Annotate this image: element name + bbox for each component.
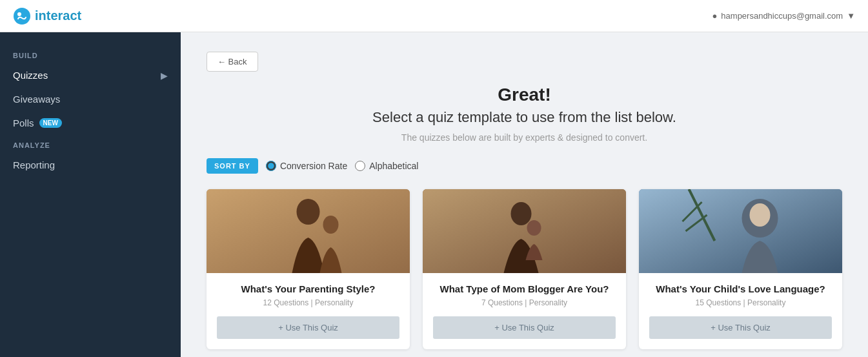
sort-alphabetical[interactable]: Alphabetical [355,161,418,171]
sort-alphabetical-radio[interactable] [355,161,365,171]
card-1-use-quiz-button[interactable]: + Use This Quiz [217,316,399,339]
sidebar-item-giveaways[interactable]: Giveaways [0,87,181,111]
sidebar-item-polls[interactable]: Polls NEW [0,111,181,135]
sidebar: BUILD Quizzes ▶ Giveaways Polls NEW ANAL… [0,32,181,357]
back-button[interactable]: ← Back [207,52,258,72]
card-2-body: What Type of Mom Blogger Are You? 7 Ques… [423,273,626,349]
card-3-body: What's Your Child's Love Language? 15 Qu… [639,273,842,349]
sort-conversion-label: Conversion Rate [280,161,347,171]
card-3-use-quiz-button[interactable]: + Use This Quiz [649,316,832,339]
svg-point-8 [511,202,532,225]
sidebar-item-reporting[interactable]: Reporting [0,153,181,177]
svg-point-16 [750,203,771,227]
card-3-svg [639,189,842,273]
sort-label: SORT BY [207,158,258,174]
polls-new-badge: NEW [39,118,62,128]
content-area: ← Back Great! Select a quiz template to … [181,32,868,357]
card-3-meta: 15 Questions | Personality [649,298,832,307]
user-icon: ● [712,11,717,21]
svg-rect-11 [639,189,842,273]
sort-row: SORT BY Conversion Rate Alphabetical [207,158,842,174]
logo-text: interact [35,8,81,23]
hero-description: The quizzes below are built by experts &… [207,132,842,143]
header: interact ● hampersandhiccups@gmail.com ▼ [0,0,868,32]
build-section-label: BUILD [0,45,181,63]
svg-point-5 [323,216,339,234]
chevron-right-icon: ▶ [161,70,168,81]
user-dropdown-icon[interactable]: ▼ [847,11,855,21]
hero-title: Great! [207,85,842,105]
svg-point-9 [527,220,541,236]
logo-icon [13,7,31,25]
analyze-section-label: ANALYZE [0,135,181,153]
card-1-image [207,189,410,273]
card-mom-blogger: What Type of Mom Blogger Are You? 7 Ques… [423,189,626,349]
sort-alphabetical-label: Alphabetical [369,161,418,171]
sidebar-item-label-reporting: Reporting [13,159,55,170]
sidebar-item-label-giveaways: Giveaways [13,94,60,105]
logo[interactable]: interact [13,7,81,25]
card-2-svg [423,189,626,273]
sidebar-item-label-quizzes: Quizzes [13,70,48,81]
card-2-use-quiz-button[interactable]: + Use This Quiz [433,316,616,339]
sidebar-item-quizzes[interactable]: Quizzes ▶ [0,63,181,87]
svg-point-0 [14,8,30,25]
main-layout: BUILD Quizzes ▶ Giveaways Polls NEW ANAL… [0,32,868,357]
card-2-meta: 7 Questions | Personality [433,298,616,307]
hero-section: Great! Select a quiz template to use fro… [207,85,842,143]
card-1-title: What's Your Parenting Style? [217,283,399,294]
card-2-title: What Type of Mom Blogger Are You? [433,283,616,294]
card-1-meta: 12 Questions | Personality [217,298,399,307]
sort-conversion-rate[interactable]: Conversion Rate [266,161,347,171]
svg-point-4 [297,199,320,225]
card-2-image [423,189,626,273]
card-parenting-style: What's Your Parenting Style? 12 Question… [207,189,410,349]
cards-row: What's Your Parenting Style? 12 Question… [207,189,842,349]
card-1-svg [207,189,410,273]
user-email: hampersandhiccups@gmail.com [721,11,843,21]
card-3-image [639,189,842,273]
card-love-language: What's Your Child's Love Language? 15 Qu… [639,189,842,349]
hero-subtitle: Select a quiz template to use from the l… [207,109,842,126]
card-3-title: What's Your Child's Love Language? [649,283,832,294]
card-1-body: What's Your Parenting Style? 12 Question… [207,273,410,349]
sort-conversion-radio[interactable] [266,161,276,171]
sidebar-item-label-polls: Polls [13,117,34,128]
user-info: ● hampersandhiccups@gmail.com ▼ [712,11,855,21]
svg-point-1 [17,12,21,16]
